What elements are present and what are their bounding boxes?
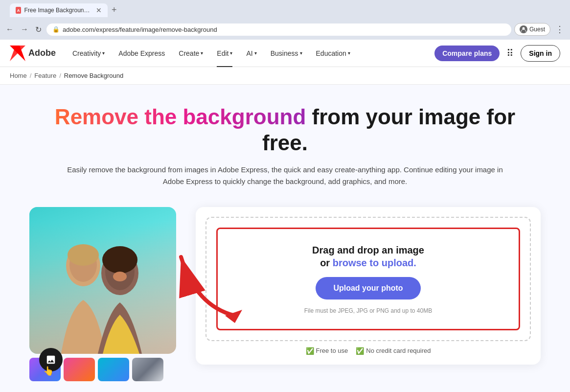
tab-bar: A Free Image Background Rem... ✕ + [6,3,125,17]
forward-button[interactable]: → [19,23,30,36]
nav-item-business[interactable]: Business ▾ [264,40,309,67]
breadcrumb-sep2: / [59,72,61,79]
thumbnail-4[interactable] [132,358,163,381]
chevron-down-icon: ▾ [230,50,232,56]
security-icon: 🔒 [52,26,60,33]
browse-link[interactable]: browse to upload. [333,257,416,268]
no-credit-card-label: No credit card required [366,347,431,354]
profile-label: Guest [529,26,545,33]
thumbnail-3[interactable] [98,358,129,381]
adobe-wordmark: Adobe [28,48,56,58]
active-tab[interactable]: A Free Image Background Rem... ✕ [10,3,108,17]
chevron-down-icon: ▾ [102,50,105,56]
profile-icon [520,25,527,33]
nav-item-ai[interactable]: AI ▾ [239,40,263,67]
breadcrumb: Home / Feature / Remove Background [0,67,570,85]
browser-chrome: A Free Image Background Rem... ✕ + ← → ↻… [0,0,570,40]
svg-point-5 [68,244,99,266]
breadcrumb-current: Remove Background [64,72,123,79]
preview-area: 👆 [29,207,176,381]
address-text: adobe.com/express/feature/image/remove-b… [63,26,505,33]
breadcrumb-home[interactable]: Home [10,72,27,79]
compare-plans-button[interactable]: Compare plans [434,46,500,61]
browser-titlebar: A Free Image Background Rem... ✕ + [0,0,570,20]
adobe-nav: Adobe Creativity ▾ Adobe Express Create … [0,40,570,67]
browser-menu-button[interactable]: ⋮ [553,22,566,37]
address-bar[interactable]: 🔒 adobe.com/express/feature/image/remove… [46,23,511,36]
no-credit-card-badge: ✅ No credit card required [356,347,431,355]
hero-section: Remove the background from your image fo… [29,104,541,187]
sign-in-button[interactable]: Sign in [521,45,560,62]
upload-area-container: Drag and drop an image or browse to uplo… [196,207,541,365]
breadcrumb-sep1: / [30,72,32,79]
main-content: Remove the background from your image fo… [0,85,570,392]
free-to-use-badge: ✅ Free to use [306,347,348,355]
check-icon-free: ✅ [306,347,314,355]
adobe-logo[interactable]: Adobe [10,46,56,61]
thumbnail-2[interactable] [64,358,95,381]
adobe-logo-icon [10,46,25,61]
chevron-down-icon: ▾ [201,50,203,56]
upload-arrow [166,237,245,325]
new-tab-button[interactable]: + [108,3,121,17]
hero-title: Remove the background from your image fo… [29,104,541,156]
svg-point-9 [113,272,127,281]
back-button[interactable]: ← [4,23,16,36]
nav-item-edit[interactable]: Edit ▾ [210,40,239,67]
chevron-down-icon: ▾ [254,50,257,56]
chevron-down-icon: ▾ [348,50,350,56]
preview-image [29,207,176,354]
breadcrumb-feature[interactable]: Feature [34,72,56,79]
nav-right: Compare plans ⠿ Sign in [434,45,560,62]
free-to-use-label: Free to use [316,347,348,354]
svg-point-8 [102,246,137,274]
nav-items: Creativity ▾ Adobe Express Create ▾ Edit… [66,40,434,67]
reload-button[interactable]: ↻ [33,23,44,36]
upload-dropzone[interactable]: Drag and drop an image or browse to uplo… [205,217,531,341]
apps-grid-icon[interactable]: ⠿ [504,46,516,61]
cursor-icon: 👆 [43,366,54,376]
tab-title: Free Image Background Rem... [24,7,91,14]
drag-drop-text: Drag and drop an image or browse to uplo… [312,244,424,269]
file-note: File must be JPEG, JPG or PNG and up to … [304,307,432,314]
chevron-down-icon: ▾ [300,50,302,56]
nav-item-adobe-express[interactable]: Adobe Express [112,40,172,67]
upload-section: 👆 [29,207,541,381]
upload-box-container: Drag and drop an image or browse to uplo… [196,207,541,365]
profile-button[interactable]: Guest [514,23,550,36]
upload-photo-button[interactable]: Upload your photo [316,277,420,300]
check-icon-nocredit: ✅ [356,347,364,355]
hero-title-gradient: Remove the background [55,105,306,129]
upload-dropzone-inner: Drag and drop an image or browse to uplo… [216,228,520,330]
nav-item-create[interactable]: Create ▾ [172,40,210,67]
hero-subtitle: Easily remove the background from images… [65,164,505,187]
nav-item-education[interactable]: Education ▾ [309,40,357,67]
features-row: ✅ Free to use ✅ No credit card required [205,347,531,355]
nav-item-creativity[interactable]: Creativity ▾ [66,40,112,67]
tab-favicon: A [16,7,21,14]
address-bar-row: ← → ↻ 🔒 adobe.com/express/feature/image/… [0,20,570,40]
website-content: Adobe Creativity ▾ Adobe Express Create … [0,40,570,392]
tab-close-button[interactable]: ✕ [96,6,102,14]
